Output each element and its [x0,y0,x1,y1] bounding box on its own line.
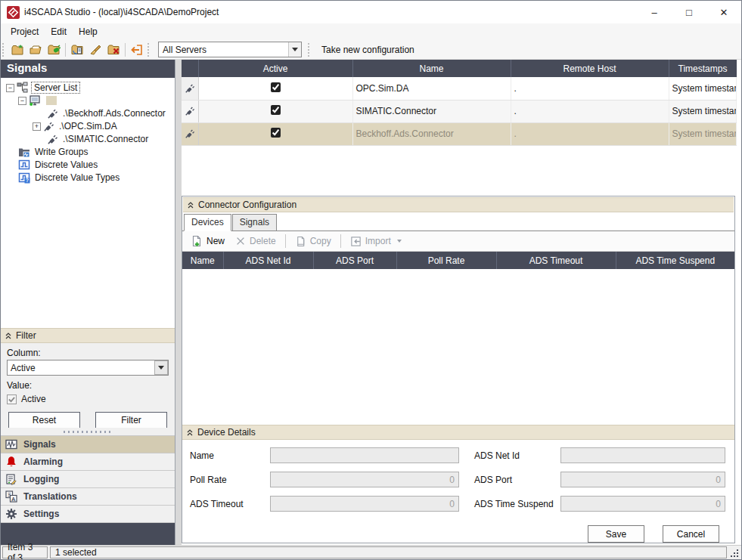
checkbox-checked-icon[interactable] [7,394,17,404]
cancel-button[interactable]: Cancel [663,525,719,543]
take-new-configuration-button[interactable]: Take new configuration [314,42,422,57]
device-details-header[interactable]: Device Details [182,425,734,440]
nav-item-label: Signals [23,439,56,450]
new-device-button[interactable]: New [187,233,228,249]
collapse-chevrons-icon [188,202,194,209]
vertical-splitter[interactable] [175,60,182,545]
ads-port-field[interactable] [560,472,725,487]
main-toolbar: All Servers Take new configuration [1,40,741,60]
ads-timeout-label: ADS Timeout [190,499,269,509]
ads-timeout-field[interactable] [270,496,459,512]
tree-node-server-list[interactable]: − Server List [1,82,175,94]
filter-section-header[interactable]: Filter [1,328,175,343]
column-header-poll-rate[interactable]: Poll Rate [396,252,496,269]
column-header-ads-time-suspend[interactable]: ADS Time Suspend [616,252,734,269]
filter-active-checkbox-label: Active [21,394,46,404]
menu-project[interactable]: Project [5,24,44,39]
reset-button[interactable]: Reset [8,412,80,429]
connector-plug-icon [182,106,198,116]
timestamps-cell: System timestamp [669,77,737,100]
nav-item-logging[interactable]: Logging [1,470,175,487]
sidebar-horizontal-splitter[interactable] [1,428,175,435]
name-field[interactable] [270,447,459,463]
tree-node-simatic-connector[interactable]: .\SIMATIC.Connector [1,133,175,145]
filter-column-value: Active [8,363,154,373]
server-tree: − Server List − .\Beckhoff.Ads.Connector… [1,78,175,328]
active-checkbox[interactable] [271,82,281,92]
column-header-ads-net-id[interactable]: ADS Net Id [223,252,313,269]
filter-column-dropdown[interactable]: Active [7,360,169,376]
tab-devices[interactable]: Devices [184,214,231,231]
computer-icon [29,94,41,107]
column-header-active[interactable]: Active [198,60,352,77]
status-item-count: Item 3 of 3 [2,546,48,558]
collapse-expander-icon[interactable]: − [18,97,26,105]
filter-active-checkbox-row[interactable]: Active [7,394,169,404]
signals-sidebar: Signals − Server List − .\Beckhoff.Ads.C… [1,60,175,545]
nav-item-translations[interactable]: ΞA Translations [1,487,175,505]
ads-net-id-label: ADS Net Id [461,450,559,461]
tree-node-write-groups[interactable]: Write Groups [1,146,175,158]
exit-button[interactable] [128,42,146,58]
filter-panel: Column: Active Value: Active Reset Filte… [1,343,175,428]
copy-device-button[interactable]: Copy [291,234,335,249]
toolbar-separator [65,43,66,57]
ads-time-suspend-field[interactable] [560,496,725,512]
menu-bar: Project Edit Help [1,23,741,40]
ads-net-id-field[interactable] [560,447,725,463]
new-project-button[interactable] [8,42,26,58]
delete-project-button[interactable] [104,42,123,58]
close-button[interactable]: ✕ [706,1,741,23]
active-checkbox[interactable] [271,128,281,138]
connector-configuration-title: Connector Configuration [198,200,296,210]
tree-node-opc-sim-da[interactable]: + .\OPC.Sim.DA [1,120,175,132]
server-list-icon [17,82,29,94]
delete-device-button[interactable]: Delete [231,234,280,249]
active-checkbox[interactable] [271,105,281,115]
chevron-down-icon[interactable] [288,42,301,57]
column-header-name[interactable]: Name [352,60,511,77]
server-row-simatic-connector[interactable]: SIMATIC.Connector . System timestamp [182,100,737,122]
minimize-button[interactable]: – [637,1,672,23]
column-header-name[interactable]: Name [182,252,223,269]
column-header-ads-timeout[interactable]: ADS Timeout [496,252,616,269]
poll-rate-field[interactable] [270,472,459,487]
menu-edit[interactable]: Edit [45,24,72,39]
timestamps-cell: System timestamp [669,122,737,145]
nav-item-settings[interactable]: Settings [1,505,175,522]
import-devices-label: Import [365,236,391,246]
maximize-button[interactable]: □ [672,1,706,23]
nav-item-signals[interactable]: Signals [1,435,175,453]
clean-button[interactable] [86,42,104,58]
column-header-ads-port[interactable]: ADS Port [313,252,396,269]
toolbar-grip [147,43,151,57]
import-devices-button[interactable]: Import [346,234,405,249]
tab-signals[interactable]: Signals [232,214,277,231]
column-header-timestamps[interactable]: Timestamps [669,60,737,77]
filter-button[interactable]: Filter [95,412,167,429]
chevron-down-icon[interactable] [154,360,168,375]
waveform-icon [5,438,17,450]
remote-host-cell: . [511,77,669,100]
open-project-button[interactable] [26,42,45,58]
server-selector-dropdown[interactable]: All Servers [158,42,302,57]
column-header-remote-host[interactable]: Remote Host [511,60,669,77]
expand-expander-icon[interactable]: + [33,122,41,131]
connect-project-button[interactable] [45,42,63,58]
menu-help[interactable]: Help [73,24,103,39]
connector-configuration-header[interactable]: Connector Configuration [183,197,734,212]
server-row-beckhoff-connector-selected[interactable]: Beckhoff.Ads.Connector . System timestam… [182,122,737,145]
save-button[interactable]: Save [588,525,644,543]
filter-section-title: Filter [16,330,36,341]
tree-node-local-server[interactable]: − [1,94,175,107]
tree-node-discrete-value-types[interactable]: ? Discrete Value Types [1,172,175,184]
nav-item-alarming[interactable]: Alarming [1,453,175,470]
deploy-folder-button[interactable] [68,42,86,58]
gear-icon [5,508,17,520]
tree-node-beckhoff-connector[interactable]: .\Beckhoff.Ads.Connector [1,107,175,119]
translations-icon: ΞA [5,490,17,503]
server-row-opc-sim-da[interactable]: OPC.Sim.DA . System timestamp [182,77,737,100]
collapse-expander-icon[interactable]: − [6,84,14,92]
resize-grip[interactable] [729,546,740,558]
tree-node-discrete-values[interactable]: Discrete Values [1,159,175,171]
